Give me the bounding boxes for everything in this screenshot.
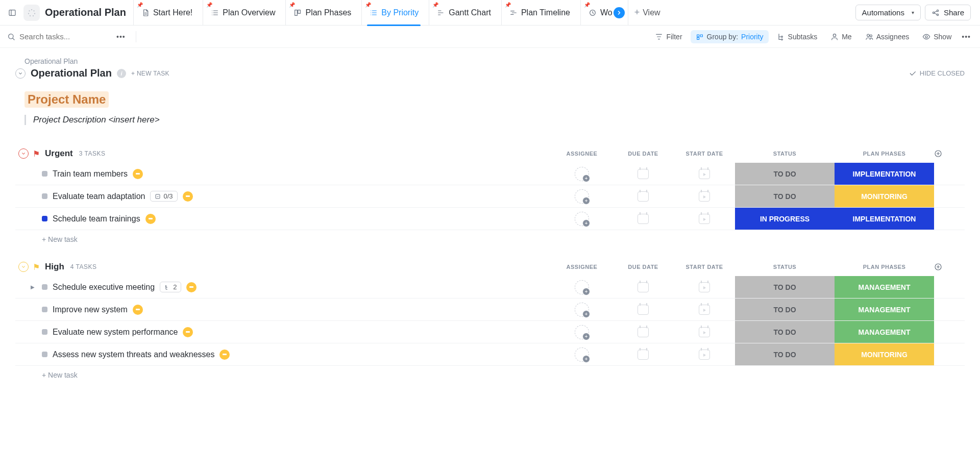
status-square[interactable] [42,216,47,221]
project-description[interactable]: Project Description <insert here> [24,115,965,125]
status-cell[interactable]: TO DO [735,185,835,207]
group-collapse[interactable] [18,262,29,272]
tab-plan-timeline[interactable]: 📌 Plan Timeline [501,0,577,26]
assignee-cell[interactable] [551,163,612,185]
tab-gantt-chart[interactable]: 📌 Gantt Chart [429,0,498,26]
assignees-button[interactable]: Assignees [860,30,915,43]
status-cell[interactable]: TO DO [735,298,835,320]
status-square[interactable] [42,284,47,290]
assignee-placeholder[interactable] [575,189,589,204]
assignee-cell[interactable] [551,208,612,230]
status-square[interactable] [42,193,47,199]
due-date-cell[interactable] [612,208,674,230]
task-row[interactable]: Train team members TO DO IMPLEMENTATION [15,163,965,185]
task-row[interactable]: Assess new system threats and weaknesses… [15,343,965,366]
phase-cell[interactable]: MANAGEMENT [835,276,934,298]
due-date-cell[interactable] [612,276,674,298]
priority-badge[interactable] [145,214,156,224]
task-row[interactable]: Schedule team trainings IN PROGRESS IMPL… [15,208,965,230]
priority-badge[interactable] [186,282,197,292]
assignee-placeholder[interactable] [575,280,589,294]
col-status[interactable]: STATUS [735,151,835,157]
show-button[interactable]: Show [917,30,957,43]
assignee-placeholder[interactable] [575,212,589,226]
search-box[interactable] [7,32,109,41]
space-title[interactable]: Operational Plan [45,7,126,18]
tab-start-here[interactable]: 📌 Start Here! [133,0,200,26]
status-square[interactable] [42,307,47,312]
task-row[interactable]: Evaluate team adaptation 0/3 TO DO MONIT… [15,185,965,208]
task-name[interactable]: Schedule team trainings [53,214,140,223]
priority-badge[interactable] [133,305,143,315]
col-assignee[interactable]: ASSIGNEE [551,151,612,157]
start-date-cell[interactable] [674,343,735,365]
phase-cell[interactable]: IMPLEMENTATION [835,208,934,230]
tab-plan-overview[interactable]: 📌 Plan Overview [203,0,282,26]
sidebar-toggle[interactable] [4,5,20,21]
tab-plan-phases[interactable]: 📌 Plan Phases [285,0,358,26]
col-due-date[interactable]: DUE DATE [612,151,674,157]
me-button[interactable]: Me [825,30,856,43]
col-start-date[interactable]: START DATE [674,151,735,157]
task-row[interactable]: Evaluate new system performance TO DO MA… [15,321,965,343]
task-name[interactable]: Evaluate new system performance [53,328,178,337]
assignee-cell[interactable] [551,185,612,207]
priority-badge[interactable] [133,169,143,179]
hide-closed-button[interactable]: HIDE CLOSED [909,69,965,78]
group-name[interactable]: High [45,262,64,272]
group-by-button[interactable]: Group by: Priority [691,30,769,43]
space-icon[interactable] [23,5,40,21]
priority-badge[interactable] [183,191,193,202]
tab-by-priority[interactable]: 📌 By Priority [361,0,426,26]
assignee-placeholder[interactable] [575,303,589,317]
assignee-placeholder[interactable] [575,347,589,362]
scroll-tabs-right[interactable] [614,7,625,18]
toolbar-more[interactable]: ••• [960,31,973,43]
new-task-row[interactable]: + New task [15,366,965,379]
start-date-cell[interactable] [674,298,735,320]
group-name[interactable]: Urgent [45,148,73,159]
task-row[interactable]: Improve new system TO DO MANAGEMENT [15,298,965,321]
col-assignee[interactable]: ASSIGNEE [551,264,612,270]
subtasks-badge[interactable]: 2 [160,282,181,292]
assignee-placeholder[interactable] [575,167,589,181]
start-date-cell[interactable] [674,163,735,185]
phase-cell[interactable]: MANAGEMENT [835,298,934,320]
task-name[interactable]: Improve new system [53,305,128,314]
col-plan-phases[interactable]: PLAN PHASES [835,264,934,270]
status-cell[interactable]: TO DO [735,163,835,185]
new-task-row[interactable]: + New task [15,230,965,243]
subtasks-button[interactable]: Subtasks [772,30,823,43]
group-collapse[interactable] [18,148,29,159]
expand-caret[interactable]: ▶ [31,284,36,290]
share-button[interactable]: Share [925,5,971,20]
due-date-cell[interactable] [612,163,674,185]
status-cell[interactable]: TO DO [735,321,835,343]
start-date-cell[interactable] [674,208,735,230]
task-name[interactable]: Train team members [53,169,128,179]
status-square[interactable] [42,352,47,357]
due-date-cell[interactable] [612,321,674,343]
phase-cell[interactable]: IMPLEMENTATION [835,163,934,185]
due-date-cell[interactable] [612,298,674,320]
status-cell[interactable]: IN PROGRESS [735,208,835,230]
phase-cell[interactable]: MONITORING [835,343,934,365]
priority-badge[interactable] [183,327,193,337]
col-status[interactable]: STATUS [735,264,835,270]
task-name[interactable]: Schedule executive meeting [53,283,155,292]
project-name[interactable]: Project Name [24,91,109,108]
due-date-cell[interactable] [612,343,674,365]
add-column[interactable] [934,263,965,271]
info-icon[interactable]: i [117,69,126,78]
add-view-button[interactable]: + View [628,0,667,26]
assignee-placeholder[interactable] [575,325,589,339]
filter-button[interactable]: Filter [650,30,687,43]
status-cell[interactable]: TO DO [735,343,835,365]
assignee-cell[interactable] [551,298,612,320]
status-square[interactable] [42,171,47,177]
due-date-cell[interactable] [612,185,674,207]
status-square[interactable] [42,329,47,335]
breadcrumb[interactable]: Operational Plan [24,57,965,65]
phase-cell[interactable]: MONITORING [835,185,934,207]
start-date-cell[interactable] [674,321,735,343]
